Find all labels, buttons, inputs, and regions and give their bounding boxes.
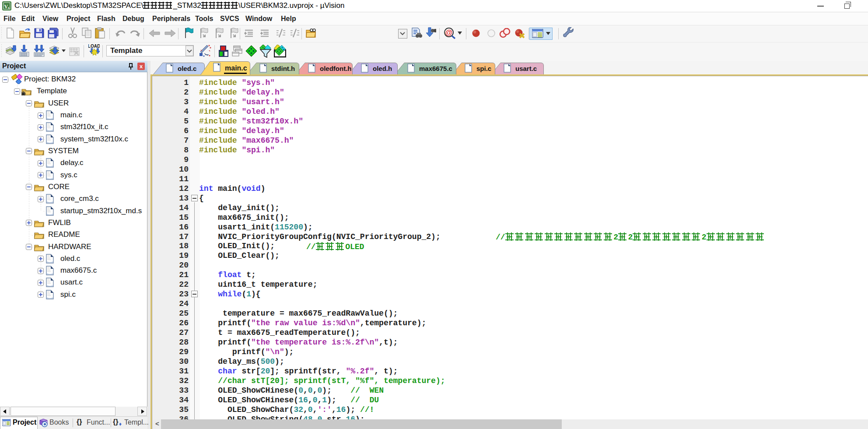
svg-text:max6675.c: max6675.c <box>419 65 452 72</box>
svg-text:oled.c: oled.c <box>178 65 196 72</box>
svg-text:usart.c: usart.c <box>515 65 537 72</box>
svg-text:stdint.h: stdint.h <box>271 65 295 72</box>
svg-text:oled.h: oled.h <box>373 65 392 72</box>
svg-text:@: @ <box>445 28 453 37</box>
svg-text:oledfont.h: oledfont.h <box>320 65 351 72</box>
svg-text:spi.c: spi.c <box>476 65 491 72</box>
svg-text:LOAD: LOAD <box>88 44 100 49</box>
svg-text:main.c: main.c <box>225 64 247 72</box>
